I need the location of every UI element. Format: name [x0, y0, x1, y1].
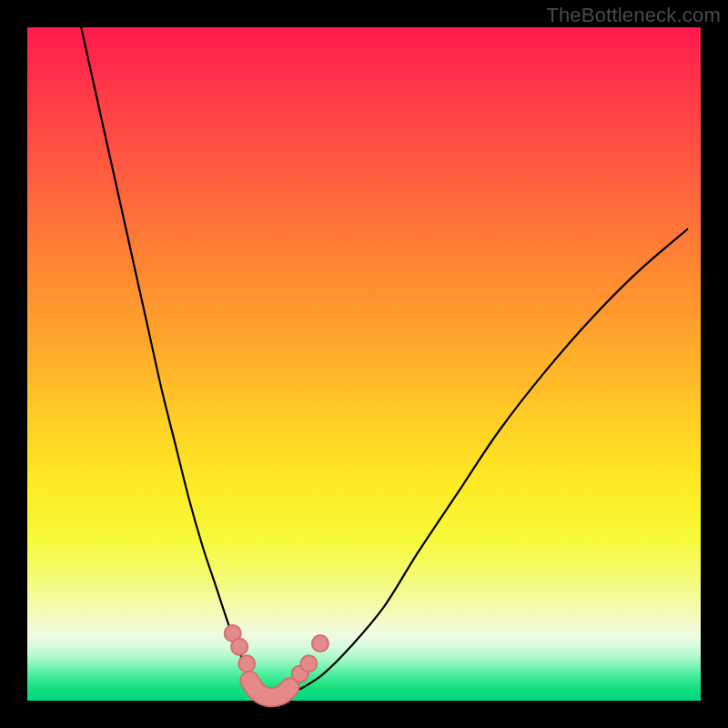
marker-dot — [300, 655, 317, 672]
valley-band-group — [249, 681, 289, 698]
curve-group — [81, 27, 687, 694]
marker-dots — [225, 625, 329, 682]
marker-dot — [312, 635, 329, 652]
plot-area — [27, 27, 701, 701]
right-curve — [290, 229, 688, 694]
watermark-text: TheBottleneck.com — [546, 4, 721, 27]
chart-svg — [27, 27, 701, 701]
marker-dot — [238, 655, 255, 672]
left-curve — [81, 27, 269, 694]
marker-dot — [231, 639, 248, 655]
chart-frame: TheBottleneck.com — [0, 0, 728, 728]
